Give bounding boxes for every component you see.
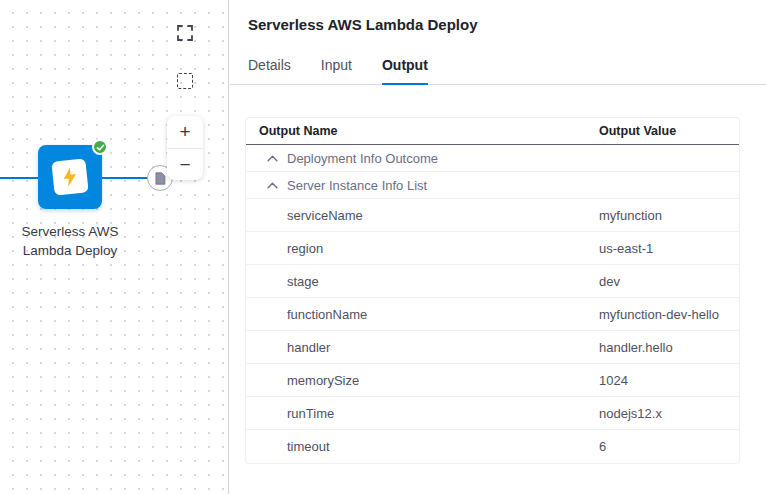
output-value-cell: 6: [599, 439, 739, 454]
table-row: functionName myfunction-dev-hello: [246, 298, 739, 331]
output-name-cell: memorySize: [246, 373, 599, 388]
table-row: runTime nodejs12.x: [246, 397, 739, 430]
success-check-icon: [92, 139, 108, 155]
group-row-deployment-info-outcome[interactable]: Deployment Info Outcome: [246, 145, 739, 172]
tab-input[interactable]: Input: [321, 57, 352, 84]
edge-outgoing: [100, 177, 148, 179]
group-label: Deployment Info Outcome: [287, 151, 438, 166]
output-name-cell: serviceName: [246, 208, 599, 223]
zoom-in-button[interactable]: +: [167, 116, 203, 148]
output-name-cell: functionName: [246, 307, 599, 322]
output-value-cell: 1024: [599, 373, 739, 388]
output-value-cell: dev: [599, 274, 739, 289]
output-table: Output Name Output Value Deployment Info…: [245, 117, 740, 464]
group-label: Server Instance Info List: [287, 178, 427, 193]
zoom-controls: + −: [167, 116, 203, 180]
tab-bar: Details Input Output: [230, 33, 766, 85]
output-value-cell: myfunction-dev-hello: [599, 307, 739, 322]
output-name-cell: region: [246, 241, 599, 256]
column-header-output-value: Output Value: [599, 124, 739, 138]
canvas-toolbar: + −: [166, 22, 204, 180]
marquee-select-icon: [177, 73, 193, 89]
output-name-cell: timeout: [246, 439, 599, 454]
output-name-cell: stage: [246, 274, 599, 289]
pipeline-canvas[interactable]: Serverless AWS Lambda Deploy + −: [0, 0, 229, 494]
table-row: handler handler.hello: [246, 331, 739, 364]
node-label: Serverless AWS Lambda Deploy: [6, 222, 134, 260]
serverless-lambda-icon: [51, 158, 88, 195]
chevron-up-icon: [267, 182, 278, 189]
table-row: timeout 6: [246, 430, 739, 463]
marquee-select-button[interactable]: [174, 70, 196, 92]
panel-title: Serverless AWS Lambda Deploy: [230, 0, 766, 33]
step-details-panel: Serverless AWS Lambda Deploy Details Inp…: [230, 0, 766, 494]
output-value-cell: us-east-1: [599, 241, 739, 256]
expand-icon: [176, 24, 194, 42]
table-header-row: Output Name Output Value: [246, 118, 739, 145]
group-row-server-instance-info-list[interactable]: Server Instance Info List: [246, 172, 739, 199]
tab-output[interactable]: Output: [382, 57, 428, 85]
table-row: region us-east-1: [246, 232, 739, 265]
edge-incoming: [0, 177, 40, 179]
zoom-out-button[interactable]: −: [167, 148, 203, 180]
table-row: memorySize 1024: [246, 364, 739, 397]
column-header-output-name: Output Name: [246, 124, 599, 138]
document-icon: [154, 172, 166, 185]
app-root: Serverless AWS Lambda Deploy + −: [0, 0, 766, 494]
fit-to-screen-button[interactable]: [174, 22, 196, 44]
chevron-up-icon: [267, 155, 278, 162]
output-value-cell: handler.hello: [599, 340, 739, 355]
output-value-cell: nodejs12.x: [599, 406, 739, 421]
table-row: serviceName myfunction: [246, 199, 739, 232]
output-name-cell: runTime: [246, 406, 599, 421]
output-name-cell: handler: [246, 340, 599, 355]
table-row: stage dev: [246, 265, 739, 298]
output-value-cell: myfunction: [599, 208, 739, 223]
pipeline-node-serverless-lambda-deploy[interactable]: [38, 145, 102, 209]
tab-details[interactable]: Details: [248, 57, 291, 84]
